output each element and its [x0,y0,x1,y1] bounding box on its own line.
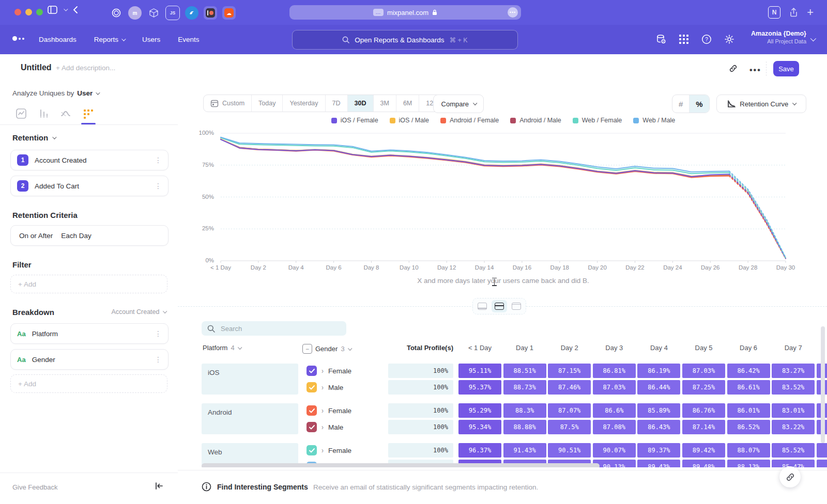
retention-cell[interactable]: 86.42% [727,364,770,378]
retention-cell[interactable]: 87.46% [548,380,591,395]
retention-cell[interactable]: 86.43% [637,420,680,434]
nav-events[interactable]: Events [178,36,199,43]
extension-reader-icon[interactable] [204,6,217,20]
retention-cell[interactable]: 89.48% [682,460,725,467]
retention-cell[interactable]: 88.07% [727,443,770,458]
share-link-fab[interactable] [779,466,801,487]
retention-cell[interactable]: 88.51% [503,364,546,378]
retention-cell[interactable]: 87.5% [548,420,591,434]
breakdown-platform[interactable]: Aa Platform ⋮ [10,323,169,344]
gender-checkbox[interactable] [307,405,317,416]
expand-row-icon[interactable]: › [321,446,324,455]
gender-row[interactable]: ›Male [307,382,343,392]
retention-cell[interactable]: 89.37% [637,443,680,458]
save-button[interactable]: Save [773,61,799,76]
retention-cell[interactable]: 87.14% [682,420,725,434]
retention-cell[interactable]: 91.43% [503,443,546,458]
step-account-created[interactable]: 1 Account Created ⋮ [10,150,169,170]
retention-cell[interactable]: 88.3% [503,403,546,418]
sidebar-toggle-icon[interactable] [48,6,57,14]
retention-cell[interactable]: 96.37% [458,443,501,458]
close-window-button[interactable] [14,9,21,15]
collapse-sidebar-icon[interactable] [155,482,163,490]
global-search[interactable]: Open Reports & Dashboards ⌘ + K [292,30,518,50]
extension-soundcloud-icon[interactable]: ☁ [222,6,236,20]
nav-users[interactable]: Users [142,36,160,43]
nav-reports[interactable]: Reports [94,36,125,43]
retention-cell[interactable]: 87.03% [593,380,636,395]
retention-cell[interactable]: 88.88% [503,420,546,434]
retention-cell[interactable]: 87.07% [548,403,591,418]
extension-js-icon[interactable]: JS [165,6,180,20]
breakdown-gender[interactable]: Aa Gender ⋮ [10,349,169,370]
retention-cell[interactable]: 86.52% [727,420,770,434]
site-options-icon[interactable]: ••• [508,7,518,18]
retention-cell[interactable]: 83.22% [772,420,815,434]
retention-cell[interactable]: 86.6% [593,403,636,418]
extension-ring-icon[interactable] [110,6,123,20]
apps-grid-icon[interactable] [675,30,693,48]
nav-dashboards[interactable]: Dashboards [39,36,76,43]
retention-cell[interactable]: 90.07% [593,443,636,458]
more-options-icon[interactable]: ••• [749,66,761,75]
retention-section-heading[interactable]: Retention [12,133,48,142]
layout-split-toggle[interactable] [492,300,507,312]
analyze-entity-dropdown[interactable]: User [77,89,93,97]
retention-cell[interactable]: 87.03% [682,364,725,378]
new-tab-icon[interactable]: + [807,6,814,19]
gender-row[interactable]: ›Female [307,366,351,376]
retention-cell[interactable]: 95.34% [458,420,501,434]
retention-cell[interactable]: 87.25% [682,380,725,395]
retention-cell[interactable]: 86.19% [637,364,680,378]
data-management-icon[interactable] [652,30,670,48]
minimize-window-button[interactable] [25,9,32,15]
retention-cell[interactable]: 83.52% [772,380,815,395]
retention-cell[interactable]: 86.44% [637,380,680,395]
tab-retention-icon[interactable] [82,108,95,119]
notion-tab-icon[interactable]: N [768,6,780,19]
address-bar[interactable]: ... mixpanel.com ••• [289,5,521,20]
help-icon[interactable]: ? [698,30,715,48]
extension-cube-icon[interactable] [147,6,160,20]
retention-criteria-control[interactable]: On or After Each Day [10,225,169,246]
gender-row[interactable]: ›Male [307,422,343,432]
tab-flows-icon[interactable] [60,108,71,119]
retention-cell[interactable]: 86.76% [682,403,725,418]
tab-insights-icon[interactable] [16,108,27,119]
retention-cell[interactable]: 86.01% [727,403,770,418]
settings-gear-icon[interactable] [721,30,738,48]
retention-cell[interactable]: 87.15% [548,364,591,378]
zoom-window-button[interactable] [36,9,43,15]
retention-cell[interactable]: 95.29% [458,403,501,418]
retention-cell[interactable]: 88.73% [503,380,546,395]
retention-cell[interactable]: 90.51% [548,443,591,458]
criteria-on-or-after[interactable]: On or After [19,232,53,240]
breakdown-options-icon[interactable]: ⋮ [155,355,162,364]
chevron-down-icon[interactable] [64,8,67,11]
criteria-each-day[interactable]: Each Day [61,232,91,240]
retention-cell[interactable]: 95.11% [458,364,501,378]
layout-table-only-toggle[interactable] [509,300,524,312]
add-breakdown-button[interactable]: + Add [10,374,167,393]
retention-cell[interactable]: 86.61% [727,380,770,395]
gender-checkbox[interactable] [307,366,317,376]
retention-cell[interactable]: 89.43% [637,460,680,467]
report-title[interactable]: Untitled [21,63,52,72]
retention-cell[interactable]: 83.01% [772,403,815,418]
step-added-to-cart[interactable]: 2 Added To Cart ⋮ [10,176,169,196]
retention-cell[interactable]: 86.81% [593,364,636,378]
vertical-scrollbar[interactable] [821,326,825,443]
extension-m-icon[interactable]: m [128,6,142,20]
gender-column-header[interactable]: − Gender 3 [302,344,350,354]
select-all-checkbox[interactable]: − [302,344,312,354]
expand-row-icon[interactable]: › [321,423,324,432]
add-description[interactable]: + Add description... [56,64,115,72]
step-options-icon[interactable]: ⋮ [155,156,162,164]
table-search-input[interactable] [220,324,335,333]
breakdown-scope-dropdown[interactable]: Account Created [111,308,165,316]
copy-link-icon[interactable] [729,64,738,73]
retention-cell[interactable]: 83.27% [772,364,815,378]
retention-cell[interactable]: 89.42% [682,443,725,458]
table-search[interactable] [202,321,346,336]
extension-bird-icon[interactable] [185,6,198,20]
